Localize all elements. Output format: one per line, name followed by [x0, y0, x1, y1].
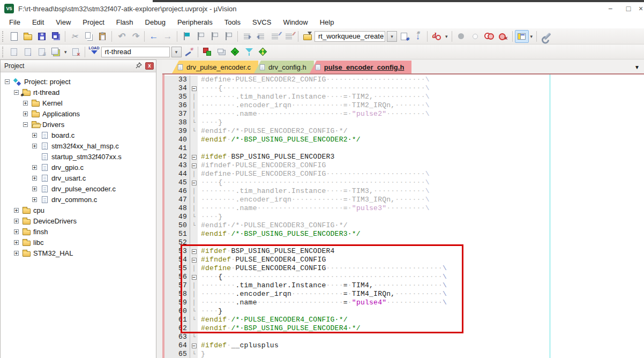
fold-collapse-icon[interactable]: −: [192, 163, 197, 168]
fold-margin[interactable]: │: [190, 196, 198, 204]
fold-margin[interactable]: [190, 230, 198, 238]
tree-item-applications[interactable]: +Applications: [1, 108, 156, 119]
tree-item-board-c[interactable]: +board.c: [1, 130, 156, 140]
tree-expander-minus[interactable]: −: [14, 90, 19, 95]
flag-g-button[interactable]: [221, 30, 235, 43]
toolbar-gripper[interactable]: [2, 47, 5, 57]
comment-button[interactable]: [268, 30, 282, 43]
file-ext-button[interactable]: [214, 46, 228, 58]
fold-margin[interactable]: −: [190, 161, 198, 170]
tree-expander-plus[interactable]: +: [23, 111, 28, 116]
fold-margin[interactable]: −: [190, 178, 198, 187]
tree-expander-minus[interactable]: −: [5, 79, 10, 84]
flag-g-button[interactable]: [207, 30, 221, 43]
fold-margin[interactable]: │: [190, 264, 198, 273]
combo-dropdown-button[interactable]: ▾: [171, 47, 182, 57]
flag-g-button[interactable]: [193, 30, 207, 43]
tree-item-stm32f4xx-hal-msp-c[interactable]: +stm32f4xx_hal_msp.c: [1, 140, 156, 151]
fold-margin[interactable]: └: [190, 350, 198, 358]
fold-margin[interactable]: └: [190, 316, 198, 324]
tree-expander-plus[interactable]: +: [23, 101, 28, 106]
dropdown-arrow-icon[interactable]: ▾: [444, 34, 450, 39]
tree-expander-plus[interactable]: +: [14, 229, 19, 234]
build-button[interactable]: [21, 46, 35, 58]
tree-item-kernel[interactable]: +Kernel: [1, 98, 156, 108]
copy-button[interactable]: [81, 30, 95, 43]
menu-item-peripherals[interactable]: Peripherals: [171, 17, 219, 27]
menu-item-help[interactable]: Help: [314, 17, 340, 27]
fold-margin[interactable]: │: [190, 204, 198, 213]
fold-margin[interactable]: └: [190, 127, 198, 136]
tree-expander-minus[interactable]: −: [23, 122, 28, 127]
tree-expander-plus[interactable]: +: [32, 133, 37, 138]
tree-expander-plus[interactable]: +: [32, 197, 37, 202]
maximize-button[interactable]: □: [619, 2, 638, 15]
tab-pulse-encoder-config-h[interactable]: pulse_encoder_config.h: [310, 61, 412, 73]
tab-drv-config-h[interactable]: drv_config.h: [254, 61, 314, 73]
fold-margin[interactable]: │: [190, 290, 198, 299]
cut-button[interactable]: [68, 30, 81, 43]
save-button[interactable]: [35, 30, 49, 43]
fold-margin[interactable]: │: [190, 281, 198, 290]
fold-margin[interactable]: └: [190, 333, 198, 341]
bp-white-button[interactable]: [468, 30, 482, 43]
uncomment-button[interactable]: [282, 30, 296, 43]
panel-splitter[interactable]: [156, 59, 162, 358]
indent-button[interactable]: [240, 30, 254, 43]
fold-margin[interactable]: [190, 238, 198, 247]
menu-item-flash[interactable]: Flash: [110, 17, 139, 27]
fold-collapse-icon[interactable]: −: [192, 181, 197, 185]
fold-collapse-icon[interactable]: −: [192, 155, 197, 160]
fold-margin[interactable]: └: [190, 213, 198, 221]
tree-item-drv-usart-c[interactable]: +drv_usart.c: [1, 173, 156, 183]
bp-kill-button[interactable]: [496, 30, 510, 43]
stop-build-button[interactable]: [69, 46, 83, 58]
target-combo[interactable]: rt-thread: [101, 47, 170, 57]
flag-button[interactable]: [179, 30, 193, 43]
find-book-button[interactable]: [301, 30, 314, 43]
dropdown-arrow-icon[interactable]: ▾: [63, 49, 69, 55]
fold-margin[interactable]: −: [190, 273, 198, 281]
translate-button[interactable]: [7, 46, 21, 58]
combo-dropdown-button[interactable]: ▾: [387, 31, 397, 42]
new-file-button[interactable]: [7, 30, 21, 43]
window-layout-button[interactable]: [515, 30, 529, 43]
tree-item-finsh[interactable]: +finsh: [1, 226, 156, 237]
fold-margin[interactable]: │: [190, 187, 198, 196]
fold-margin[interactable]: │: [190, 93, 198, 101]
fold-margin[interactable]: [190, 324, 198, 333]
tree-expander-plus[interactable]: +: [32, 165, 37, 170]
wand-button[interactable]: [182, 46, 196, 58]
tree-item-project-project[interactable]: −Project: project: [1, 76, 156, 87]
tree-item-devicedrivers[interactable]: +DeviceDrivers: [1, 215, 156, 226]
debug-button[interactable]: [430, 30, 444, 43]
paste-button[interactable]: [95, 30, 109, 43]
menu-item-debug[interactable]: Debug: [139, 17, 171, 27]
save-all-button[interactable]: [49, 30, 63, 43]
fold-collapse-icon[interactable]: −: [192, 275, 197, 280]
code-editor[interactable]: 33#define·PULSE_ENCODER2_CONFIG·········…: [162, 74, 644, 358]
fold-margin[interactable]: │: [190, 299, 198, 307]
tree-item-stm32-hal[interactable]: +STM32_HAL: [1, 248, 156, 258]
find-files-button[interactable]: [397, 30, 411, 43]
open-folder-button[interactable]: [21, 30, 35, 43]
menu-item-edit[interactable]: Edit: [26, 17, 50, 27]
toolbar-gripper[interactable]: [2, 31, 5, 42]
load-button[interactable]: [87, 46, 101, 58]
menu-item-tools[interactable]: Tools: [219, 17, 246, 27]
tree-expander-plus[interactable]: +: [14, 208, 19, 213]
fold-margin[interactable]: │: [190, 110, 198, 118]
tree-expander-plus[interactable]: +: [14, 240, 19, 245]
close-button[interactable]: ×: [638, 2, 644, 15]
menu-item-window[interactable]: Window: [277, 17, 313, 27]
menu-item-view[interactable]: View: [50, 17, 77, 27]
tree-item-cpu[interactable]: +cpu: [1, 205, 156, 215]
tree-item-rt-thread[interactable]: −rt-thread: [1, 87, 156, 98]
menu-item-file[interactable]: File: [3, 17, 26, 27]
fold-margin[interactable]: └: [190, 307, 198, 316]
tree-expander-plus[interactable]: +: [32, 144, 37, 148]
redo-button[interactable]: [128, 30, 142, 43]
tab-list-dropdown-icon[interactable]: ▼: [634, 64, 640, 70]
inc-search-button[interactable]: [411, 30, 425, 43]
fold-margin[interactable]: [190, 76, 198, 84]
